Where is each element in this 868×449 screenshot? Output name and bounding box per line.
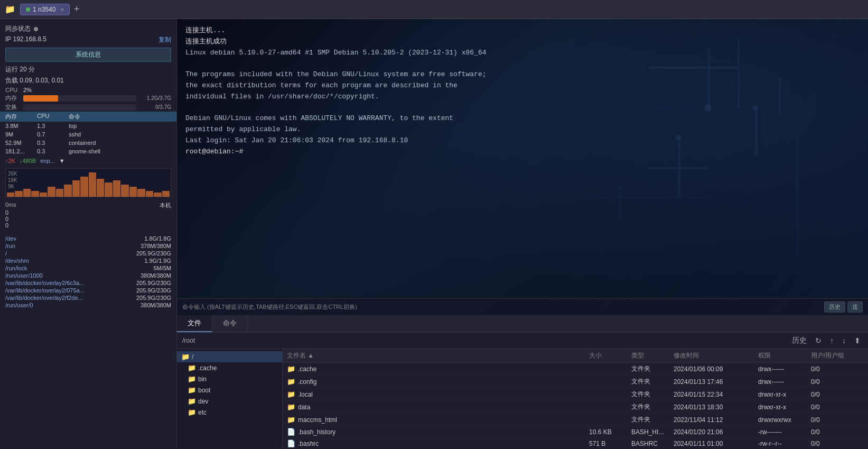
disk-path-1: /run <box>5 243 15 249</box>
tabs-area: 1 n3540 × + <box>20 4 81 15</box>
proc-cpu-1: 0.7 <box>37 131 69 138</box>
right-area: 连接主机... 连接主机成功 Linux debian 5.10.0-27-am… <box>177 19 868 449</box>
terminal-history-btn[interactable]: 历史 <box>824 301 845 313</box>
add-tab-button[interactable]: + <box>72 4 82 15</box>
terminal-input-hint: 命令输入 (按ALT键提示历史,TAB键路径,ESC键返回,双击CTRL切换) <box>182 303 357 311</box>
proc-row-0[interactable]: 3.8M 1.3 top <box>0 122 176 130</box>
tree-label-boot: boot <box>198 387 210 394</box>
cpu-bar-container: CPU 2% <box>0 86 176 94</box>
proc-row-1[interactable]: 9M 0.7 sshd <box>0 130 176 139</box>
net-dropdown-icon[interactable]: ▼ <box>59 158 65 164</box>
ip-label: IP 192.168.8.5 <box>5 35 46 44</box>
folder-nav-icon[interactable]: 📁 <box>4 4 16 15</box>
disk-path-6: /var/lib/docker/overlay2/6c3a... <box>5 280 84 286</box>
fl-file-icon-6: 📄 <box>287 439 295 447</box>
fl-perm-5: -rw------- <box>758 428 811 436</box>
fl-row-5[interactable]: 📄 .bash_history 10.6 KB BASH_HI... 2024/… <box>283 426 868 438</box>
fl-perm-3: drwxr-xr-x <box>758 404 811 411</box>
tree-item-cache[interactable]: 📁 .cache <box>177 362 282 373</box>
terminal-line-9: Debian GNU/Linux comes with ABSOLUTELY N… <box>185 113 860 124</box>
latency-val-2: 0 <box>5 222 171 228</box>
fl-type-3: 文件夹 <box>631 402 674 411</box>
fm-more-btn[interactable]: ⬆ <box>852 335 863 346</box>
fm-upload-btn[interactable]: ↑ <box>828 335 836 346</box>
disk-val-6: 205.9G/230G <box>136 280 171 286</box>
fl-date-1: 2024/01/13 17:46 <box>674 378 758 386</box>
proc-row-2[interactable]: 52.9M 0.3 containerd <box>0 139 176 147</box>
proc-cmd-2: containerd <box>69 140 171 146</box>
tree-item-etc[interactable]: 📁 etc <box>177 407 282 418</box>
fl-folder-icon-3: 📁 <box>287 403 295 411</box>
mem-bar-container: 内存 1.2G/3.7G <box>0 94 176 103</box>
fl-date-4: 2022/11/04 11:12 <box>674 416 758 424</box>
proc-row-3[interactable]: 181.2... 0.3 gnome-shell <box>0 147 176 155</box>
tree-label-bin: bin <box>198 375 207 383</box>
tree-icon-bin: 📁 <box>188 375 196 383</box>
terminal-line-11: Last login: Sat Jan 20 21:06:03 2024 fro… <box>185 135 860 146</box>
disk-val-2: 205.9G/230G <box>136 250 171 256</box>
fl-row-4[interactable]: 📁 maccms_html 文件夹 2022/11/04 11:12 drwxr… <box>283 414 868 426</box>
fl-row-1[interactable]: 📁 .config 文件夹 2024/01/13 17:46 drwx-----… <box>283 375 868 388</box>
fl-row-0[interactable]: 📁 .cache 文件夹 2024/01/06 00:09 drwx------… <box>283 363 868 375</box>
disk-path-2: / <box>5 250 7 256</box>
mini-chart-bar <box>64 185 71 197</box>
terminal-line-10: permitted by applicable law. <box>185 124 860 135</box>
fl-header: 文件名 ▲ 大小 类型 修改时间 权限 用户/用户组 <box>283 349 868 363</box>
chart-label-9k: 9K <box>8 184 14 189</box>
fl-date-5: 2024/01/20 21:06 <box>674 428 758 436</box>
fl-owner-5: 0/0 <box>811 428 864 436</box>
fl-size-6: 571 B <box>589 440 631 447</box>
mini-chart-bar <box>105 182 112 197</box>
mini-chart-bar <box>113 180 120 197</box>
tree-item-bin[interactable]: 📁 bin <box>177 373 282 384</box>
terminal-line-5: The programs included with the Debian GN… <box>185 69 860 80</box>
mini-chart-bar <box>40 193 47 197</box>
fm-refresh-btn[interactable]: ↻ <box>813 335 824 346</box>
svg-rect-12 <box>619 185 620 221</box>
tree-item-root[interactable]: 📁 / <box>177 351 282 362</box>
proc-cpu-0: 1.3 <box>37 123 69 129</box>
sysinfo-button[interactable]: 系统信息 <box>5 48 171 62</box>
fl-header-name[interactable]: 文件名 ▲ <box>287 351 589 360</box>
fm-tab-file[interactable]: 文件 <box>177 315 212 332</box>
fl-header-owner: 用户/用户组 <box>811 351 864 360</box>
fl-date-0: 2024/01/06 00:09 <box>674 365 758 373</box>
tab-close-btn[interactable]: × <box>60 6 63 13</box>
fl-type-1: 文件夹 <box>631 377 674 386</box>
fm-filelist: 文件名 ▲ 大小 类型 修改时间 权限 用户/用户组 📁 .cache <box>283 349 868 449</box>
terminal-area[interactable]: 连接主机... 连接主机成功 Linux debian 5.10.0-27-am… <box>177 19 868 315</box>
tab-main[interactable]: 1 n3540 × <box>20 4 70 15</box>
fl-date-3: 2024/01/13 18:30 <box>674 404 758 411</box>
tree-item-boot[interactable]: 📁 boot <box>177 384 282 396</box>
disk-val-1: 378M/380M <box>141 243 171 249</box>
cpu-label: CPU <box>5 87 20 93</box>
fl-name-2: 📁 .local <box>287 390 589 398</box>
fm-tabs: 文件 命令 <box>177 315 868 333</box>
terminal-input-bar: 命令输入 (按ALT键提示历史,TAB键路径,ESC键返回,双击CTRL切换) … <box>177 298 868 315</box>
fl-type-6: BASHRC <box>631 440 674 447</box>
disk-val-0: 1.8G/1.8G <box>144 235 171 242</box>
net-section: ↑2K ↓480B enp... ▼ <box>0 155 176 166</box>
fl-row-6[interactable]: 📄 .bashrc 571 B BASHRC 2024/01/11 01:00 … <box>283 438 868 449</box>
terminal-prompt: root@debian:~# <box>185 146 860 158</box>
disk-row-4: /run/lock 5M/5M <box>0 264 176 272</box>
disk-row-8: /var/lib/docker/overlay2/f2de... 205.9G/… <box>0 294 176 301</box>
fm-history-btn[interactable]: 历史 <box>790 335 809 346</box>
disk-path-4: /run/lock <box>5 265 27 271</box>
tree-item-dev[interactable]: 📁 dev <box>177 396 282 407</box>
fl-name-4: 📁 maccms_html <box>287 416 589 424</box>
fm-download-btn[interactable]: ↓ <box>840 335 848 346</box>
fl-header-size: 大小 <box>589 351 631 360</box>
disk-val-8: 205.9G/230G <box>136 295 171 301</box>
svg-rect-11 <box>589 197 707 198</box>
tree-label-dev: dev <box>198 398 208 405</box>
terminal-send-btn[interactable]: 送 <box>847 301 863 313</box>
fl-row-3[interactable]: 📁 data 文件夹 2024/01/13 18:30 drwxr-xr-x 0… <box>283 401 868 414</box>
copy-ip-button[interactable]: 复制 <box>158 35 171 44</box>
disk-row-5: /run/user/1000 380M/380M <box>0 272 176 279</box>
tree-label-root: / <box>192 353 193 361</box>
fm-tab-cmd[interactable]: 命令 <box>212 315 248 332</box>
fl-perm-2: drwxr-xr-x <box>758 391 811 398</box>
sync-dot <box>34 27 38 31</box>
fl-row-2[interactable]: 📁 .local 文件夹 2024/01/15 22:34 drwxr-xr-x… <box>283 388 868 401</box>
